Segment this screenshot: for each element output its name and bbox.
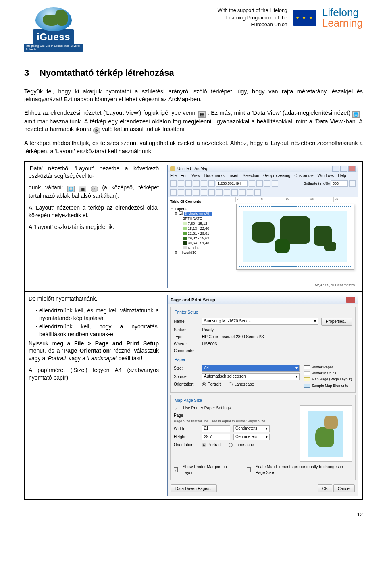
height-unit[interactable]: Centimeters▾ bbox=[233, 434, 270, 440]
properties-button[interactable]: Properties... bbox=[321, 318, 352, 326]
toolbar-1[interactable]: Birthrate (in o%) bbox=[168, 179, 358, 188]
brand-name: iGuess bbox=[33, 29, 74, 44]
status-bar: -52,47 29,70 Centimeters bbox=[168, 282, 358, 288]
data-view-icon: 🌐 bbox=[352, 111, 360, 118]
height-input[interactable]: 29,7 bbox=[202, 434, 230, 440]
printer-name-select[interactable]: Samsung ML-1670 Series▾ bbox=[202, 318, 318, 325]
layout-view-icon: ▦ bbox=[198, 111, 206, 118]
stat-value[interactable] bbox=[331, 180, 348, 187]
menu-item[interactable]: Help bbox=[338, 173, 346, 179]
menu-item[interactable]: Customize bbox=[294, 173, 313, 179]
close-icon[interactable] bbox=[346, 297, 355, 303]
app-icon bbox=[170, 166, 175, 171]
eu-flag-icon: ★ ★ ★ bbox=[293, 10, 316, 26]
paragraph-3: A térképet módosíthatjuk, és tetszés sze… bbox=[24, 139, 363, 155]
paper-source-select[interactable]: Automatisch selecteren▾ bbox=[202, 373, 300, 380]
arcmap-window: Untitled - ArcMap FileEditViewBookmarksI… bbox=[167, 165, 358, 289]
menu-item[interactable]: Geoprocessing bbox=[263, 173, 290, 179]
paper-size-select[interactable]: A4▾ bbox=[202, 365, 300, 372]
data-view-icon: 🌐 bbox=[67, 186, 75, 192]
lifelong-learning-logo: Lifelong Learning bbox=[322, 7, 363, 28]
table-of-contents[interactable]: Table Of Contents ⊟ Layers ⊟ ✓Birthrate … bbox=[168, 197, 228, 282]
layout-view-icon: ▦ bbox=[79, 186, 86, 192]
cell-arcmap-screenshot: Untitled - ArcMap FileEditViewBookmarksI… bbox=[163, 161, 362, 292]
legend-class: 22,61 - 29,81 bbox=[169, 231, 227, 236]
toolbar-2[interactable] bbox=[168, 188, 358, 197]
minimize-icon[interactable] bbox=[332, 166, 339, 172]
use-printer-checkbox[interactable] bbox=[174, 406, 178, 410]
landscape-radio[interactable]: Landscape bbox=[229, 382, 254, 387]
ok-button[interactable]: OK bbox=[318, 484, 332, 492]
cell-page-setup-dialog: Page and Print Setup Printer Setup Name:… bbox=[163, 292, 362, 500]
menu-bar[interactable]: FileEditViewBookmarksInsertSelectionGeop… bbox=[168, 172, 358, 179]
menu-item[interactable]: Insert bbox=[229, 173, 239, 179]
cell-print-instructions: De mielőtt nyomtathatnánk, ellenőriznünk… bbox=[25, 292, 163, 500]
cell-data-layout-switch: 'Data' nézetből 'Layout' nézetbe a követ… bbox=[25, 161, 163, 292]
legend-class: 39,64 - 51,43 bbox=[169, 241, 227, 245]
width-unit[interactable]: Centimeters▾ bbox=[233, 425, 270, 432]
portrait-radio[interactable]: Portrait bbox=[202, 382, 221, 387]
legend-class: 7,80 - 15,12 bbox=[169, 221, 227, 226]
scale-input[interactable] bbox=[216, 180, 248, 187]
dialog-title: Page and Print Setup bbox=[171, 297, 215, 303]
show-margins-checkbox[interactable] bbox=[174, 467, 178, 472]
refresh-icon: ⟳ bbox=[91, 186, 98, 192]
menu-item[interactable]: Windows bbox=[318, 173, 334, 179]
paragraph-2: Ehhez az elrendezési nézetet ('Layout Vi… bbox=[24, 109, 363, 134]
refresh-icon: ⟳ bbox=[93, 127, 100, 134]
width-input[interactable]: 21 bbox=[202, 425, 230, 432]
paragraph-1: Tegyük fel, hogy ki akarjuk nyomtatni a … bbox=[24, 88, 363, 104]
data-driven-pages-button[interactable]: Data Driven Pages... bbox=[171, 484, 217, 492]
page-landscape-radio[interactable]: Landscape bbox=[229, 442, 254, 448]
legend-class: 29,82 - 39,63 bbox=[169, 236, 227, 241]
menu-item[interactable]: View bbox=[191, 173, 200, 179]
legend-class: 15,13 - 22,60 bbox=[169, 226, 227, 231]
menu-item[interactable]: File bbox=[170, 173, 177, 179]
page-portrait-radio[interactable]: Portrait bbox=[202, 442, 221, 448]
support-text: With the support of the Lifelong Learnin… bbox=[218, 7, 287, 29]
close-icon[interactable] bbox=[348, 166, 356, 172]
stat-label: Birthrate (in o%) bbox=[304, 181, 330, 186]
page-legend: Printer PaperPrinter MarginsMap Page (Pa… bbox=[304, 365, 352, 389]
menu-item[interactable]: Edit bbox=[181, 173, 187, 179]
brand-tagline: Integrating GIS Use in Education in Seve… bbox=[24, 44, 83, 52]
menu-item[interactable]: Selection bbox=[243, 173, 259, 179]
menu-item[interactable]: Bookmarks bbox=[204, 173, 225, 179]
page-print-setup-dialog: Page and Print Setup Printer Setup Name:… bbox=[167, 295, 358, 496]
scale-elements-checkbox[interactable] bbox=[247, 467, 251, 472]
iguess-logo: iGuess Integrating GIS Use in Education … bbox=[24, 7, 83, 52]
window-title: Untitled - ArcMap bbox=[177, 166, 208, 172]
layout-canvas[interactable]: 05101520 bbox=[228, 197, 358, 282]
page-title: 3Nyomtatható térkép létrehozása bbox=[24, 67, 363, 79]
maximize-icon[interactable] bbox=[340, 166, 347, 172]
cancel-button[interactable]: Cancel bbox=[333, 484, 355, 492]
page-preview bbox=[300, 405, 352, 462]
page-number: 12 bbox=[24, 511, 363, 518]
